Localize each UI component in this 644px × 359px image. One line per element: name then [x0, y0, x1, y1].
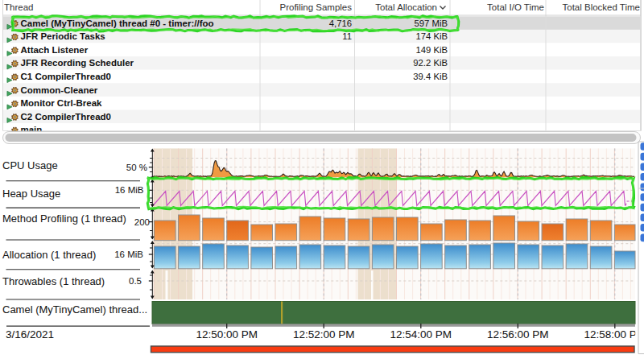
svg-text:Attach Listener: Attach Listener	[21, 45, 89, 55]
svg-text:12:58:00 PM: 12:58:00 PM	[584, 328, 644, 340]
svg-text:Total Allocation: Total Allocation	[375, 2, 437, 12]
svg-text:Throwables (1 thread): Throwables (1 thread)	[2, 275, 105, 287]
svg-text:50 %: 50 %	[126, 163, 147, 172]
svg-text:12:50:00 PM: 12:50:00 PM	[196, 328, 258, 340]
svg-text:Thread: Thread	[4, 2, 33, 12]
svg-text:16 MiB: 16 MiB	[114, 250, 143, 259]
svg-text:16 MiB: 16 MiB	[115, 185, 144, 195]
svg-text:Total I/O Time: Total I/O Time	[487, 2, 544, 12]
svg-text:200: 200	[134, 217, 150, 227]
svg-text:3/16/2021: 3/16/2021	[6, 328, 54, 340]
svg-text:12:52:00 PM: 12:52:00 PM	[293, 328, 355, 340]
svg-text:11: 11	[342, 31, 352, 41]
svg-text:0.5: 0.5	[129, 276, 142, 286]
svg-text:174 KiB: 174 KiB	[415, 31, 448, 41]
svg-text:JFR Periodic Tasks: JFR Periodic Tasks	[21, 31, 105, 41]
svg-text:12:56:00 PM: 12:56:00 PM	[487, 328, 549, 340]
svg-text:Method Profiling (1 thread): Method Profiling (1 thread)	[2, 213, 126, 225]
svg-text:Common-Cleaner: Common-Cleaner	[21, 85, 98, 95]
svg-text:Total Blocked Time: Total Blocked Time	[562, 2, 640, 12]
svg-text:C2 CompilerThread0: C2 CompilerThread0	[21, 112, 111, 122]
svg-text:597 MiB: 597 MiB	[415, 19, 448, 28]
svg-text:39.4 KiB: 39.4 KiB	[413, 72, 448, 81]
svg-text:Profiling Samples: Profiling Samples	[280, 2, 353, 12]
svg-text:C1 CompilerThread0: C1 CompilerThread0	[21, 72, 111, 81]
svg-text:149 KiB: 149 KiB	[415, 45, 448, 55]
svg-text:12:54:00 PM: 12:54:00 PM	[390, 328, 452, 340]
svg-text:Camel (MyTinyCamel) thread #0: Camel (MyTinyCamel) thread #0 - timer://…	[21, 19, 214, 28]
svg-text:CPU Usage: CPU Usage	[2, 159, 58, 171]
svg-text:Monitor Ctrl-Break: Monitor Ctrl-Break	[21, 98, 103, 108]
svg-text:Heap Usage: Heap Usage	[2, 188, 60, 200]
svg-text:Allocation (1 thread): Allocation (1 thread)	[2, 249, 96, 261]
svg-text:JFR Recording Scheduler: JFR Recording Scheduler	[21, 58, 134, 68]
svg-text:92.2 KiB: 92.2 KiB	[413, 58, 448, 68]
svg-text:Camel (MyTinyCamel) thread...: Camel (MyTinyCamel) thread...	[2, 303, 147, 316]
svg-text:4,716: 4,716	[329, 19, 352, 28]
